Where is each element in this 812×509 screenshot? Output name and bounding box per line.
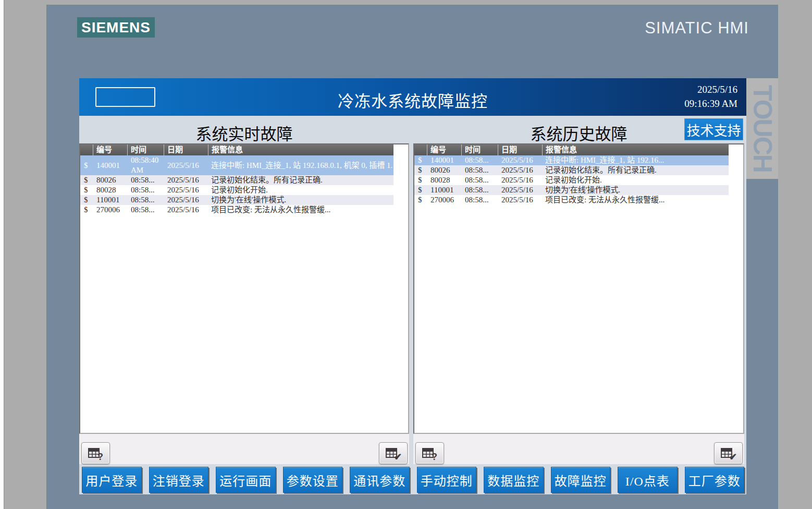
realtime-table-body: $14000108:58:40 AM2025/5/16连接中断: HMI_连接_… xyxy=(80,155,408,215)
alarm-cell-date: 2025/5/16 xyxy=(164,155,208,175)
hmi-screen: 冷冻水系统故障监控 2025/5/16 09:16:39 AM 系统实时故障 系… xyxy=(79,78,746,494)
alarm-cell-message: 项目已改变: 无法从永久性报警缓... xyxy=(208,205,393,215)
alarm-cell-icon: $ xyxy=(80,205,93,215)
alarm-cell-date: 2025/5/16 xyxy=(498,155,542,165)
alarm-cell-time: 08:58:40 AM xyxy=(127,155,164,175)
alarm-column-header: 编号 xyxy=(93,144,127,155)
alarm-cell-id: 110001 xyxy=(427,185,461,195)
alarm-cell-date: 2025/5/16 xyxy=(498,175,542,185)
alarm-column-icon xyxy=(414,144,427,155)
svg-text:✔: ✔ xyxy=(729,452,736,460)
alarm-cell-time: 08:58... xyxy=(461,185,498,195)
realtime-alarm-panel: 编号时间日期报警信息 $14000108:58:40 AM2025/5/16连接… xyxy=(79,143,409,464)
alarm-cell-id: 270006 xyxy=(93,205,127,215)
alarm-cell-message: 连接中断: HMI_连接_1, 站 192.16... xyxy=(542,155,729,165)
alarm-row[interactable]: $11000108:58...2025/5/16切换为'在线'操作模式. xyxy=(414,185,729,195)
alarm-column-header: 日期 xyxy=(164,144,208,155)
history-alarm-ack-button[interactable]: ✔ xyxy=(714,442,743,464)
alarm-cell-id: 270006 xyxy=(427,195,461,205)
siemens-logo: SIEMENS xyxy=(77,17,155,38)
alarm-row[interactable]: $14000108:58...2025/5/16连接中断: HMI_连接_1, … xyxy=(414,155,729,165)
alarm-cell-message: 项目已改变: 无法从永久性报警缓... xyxy=(542,195,729,205)
siemens-logo-text: SIEMENS xyxy=(81,19,151,36)
alarm-row[interactable]: $8002808:58...2025/5/16记录初始化开始. xyxy=(414,175,729,185)
alarm-cell-icon: $ xyxy=(414,185,427,195)
nav-button-10[interactable]: 工厂参数 xyxy=(685,467,745,493)
realtime-alarm-help-button[interactable]: ? xyxy=(81,442,110,464)
nav-button-2[interactable]: 注销登录 xyxy=(149,467,209,493)
alarm-row[interactable]: $11000108:58...2025/5/16切换为'在线'操作模式. xyxy=(80,195,393,205)
nav-button-8[interactable]: 故障监控 xyxy=(551,467,611,493)
alarm-cell-id: 80026 xyxy=(427,165,461,175)
alarm-column-header: 报警信息 xyxy=(208,144,393,155)
bottom-navigation: 用户登录注销登录运行画面参数设置通讯参数手动控制数据监控故障监控I/O点表工厂参… xyxy=(82,467,744,493)
alarm-cell-message: 记录初始化结束。所有记录正确. xyxy=(208,175,393,185)
realtime-alarm-ack-button[interactable]: ✔ xyxy=(379,442,408,464)
alarm-column-header: 报警信息 xyxy=(542,144,729,155)
nav-button-1[interactable]: 用户登录 xyxy=(82,467,142,493)
alarm-cell-time: 08:58... xyxy=(461,195,498,205)
alarm-cell-date: 2025/5/16 xyxy=(164,195,208,205)
alarm-help-icon: ? xyxy=(88,446,104,460)
history-alarm-help-button[interactable]: ? xyxy=(415,442,444,464)
alarm-row[interactable]: $27000608:58...2025/5/16项目已改变: 无法从永久性报警缓… xyxy=(80,205,393,215)
history-alarm-table: 编号时间日期报警信息 $14000108:58...2025/5/16连接中断:… xyxy=(413,143,744,434)
alarm-cell-message: 切换为'在线'操作模式. xyxy=(542,185,729,195)
alarm-cell-time: 08:58... xyxy=(461,155,498,165)
alarm-cell-time: 08:58... xyxy=(127,195,164,205)
alarm-cell-icon: $ xyxy=(414,165,427,175)
alarm-cell-message: 连接中断: HMI_连接_1, 站 192.168.0.1, 机架 0, 插槽 … xyxy=(208,155,393,175)
date-value: 2025/5/16 xyxy=(684,82,737,96)
alarm-cell-icon: $ xyxy=(80,195,93,205)
alarm-cell-message: 记录初始化结束。所有记录正确. xyxy=(542,165,729,175)
history-alarm-panel: 编号时间日期报警信息 $14000108:58...2025/5/16连接中断:… xyxy=(413,143,744,464)
time-value: 09:16:39 AM xyxy=(684,96,737,111)
alarm-cell-time: 08:58... xyxy=(127,205,164,215)
history-table-header: 编号时间日期报警信息 xyxy=(414,144,729,155)
alarm-column-header: 日期 xyxy=(498,144,542,155)
alarm-help-icon: ? xyxy=(422,446,438,460)
alarm-column-header: 时间 xyxy=(127,144,164,155)
alarm-cell-message: 记录初始化开始. xyxy=(542,175,729,185)
datetime-display: 2025/5/16 09:16:39 AM xyxy=(684,82,737,111)
nav-button-6[interactable]: 手动控制 xyxy=(417,467,477,493)
svg-text:?: ? xyxy=(432,452,437,460)
touch-bezel-patch: TOUCH xyxy=(746,78,778,179)
alarm-column-header: 时间 xyxy=(461,144,498,155)
alarm-column-header: 编号 xyxy=(427,144,461,155)
alarm-cell-message: 记录初始化开始. xyxy=(208,185,393,195)
alarm-cell-date: 2025/5/16 xyxy=(498,185,542,195)
nav-button-3[interactable]: 运行画面 xyxy=(216,467,276,493)
page-title: 冷冻水系统故障监控 xyxy=(79,88,746,112)
alarm-cell-date: 2025/5/16 xyxy=(498,195,542,205)
realtime-table-header: 编号时间日期报警信息 xyxy=(80,144,393,155)
nav-button-5[interactable]: 通讯参数 xyxy=(350,467,410,493)
alarm-cell-time: 08:58... xyxy=(461,175,498,185)
alarm-row[interactable]: $8002808:58...2025/5/16记录初始化开始. xyxy=(80,185,393,195)
svg-text:?: ? xyxy=(97,452,103,460)
alarm-cell-date: 2025/5/16 xyxy=(164,205,208,215)
alarm-row[interactable]: $8002608:58...2025/5/16记录初始化结束。所有记录正确. xyxy=(414,165,729,175)
alarm-ack-icon: ✔ xyxy=(385,446,401,460)
screen-header-bar: 冷冻水系统故障监控 2025/5/16 09:16:39 AM xyxy=(79,78,746,116)
alarm-cell-icon: $ xyxy=(80,185,93,195)
nav-button-7[interactable]: 数据监控 xyxy=(484,467,544,493)
alarm-row[interactable]: $8002608:58...2025/5/16记录初始化结束。所有记录正确. xyxy=(80,175,393,185)
svg-text:✔: ✔ xyxy=(394,452,401,460)
alarm-column-icon xyxy=(80,144,93,155)
realtime-section-title: 系统实时故障 xyxy=(79,121,409,144)
nav-button-4[interactable]: 参数设置 xyxy=(283,467,343,493)
alarm-row[interactable]: $14000108:58:40 AM2025/5/16连接中断: HMI_连接_… xyxy=(80,155,393,175)
nav-button-9[interactable]: I/O点表 xyxy=(618,467,678,493)
simatic-hmi-label: SIMATIC HMI xyxy=(645,19,749,38)
alarm-cell-icon: $ xyxy=(80,155,93,175)
alarm-cell-date: 2025/5/16 xyxy=(164,175,208,185)
history-table-body: $14000108:58...2025/5/16连接中断: HMI_连接_1, … xyxy=(414,155,743,205)
alarm-ack-icon: ✔ xyxy=(720,446,736,460)
alarm-cell-date: 2025/5/16 xyxy=(164,185,208,195)
alarm-cell-id: 80028 xyxy=(427,175,461,185)
tech-support-button[interactable]: 技术支持 xyxy=(684,118,743,140)
alarm-row[interactable]: $27000608:58...2025/5/16项目已改变: 无法从永久性报警缓… xyxy=(414,195,729,205)
alarm-cell-id: 140001 xyxy=(93,155,127,175)
alarm-cell-time: 08:58... xyxy=(127,175,164,185)
